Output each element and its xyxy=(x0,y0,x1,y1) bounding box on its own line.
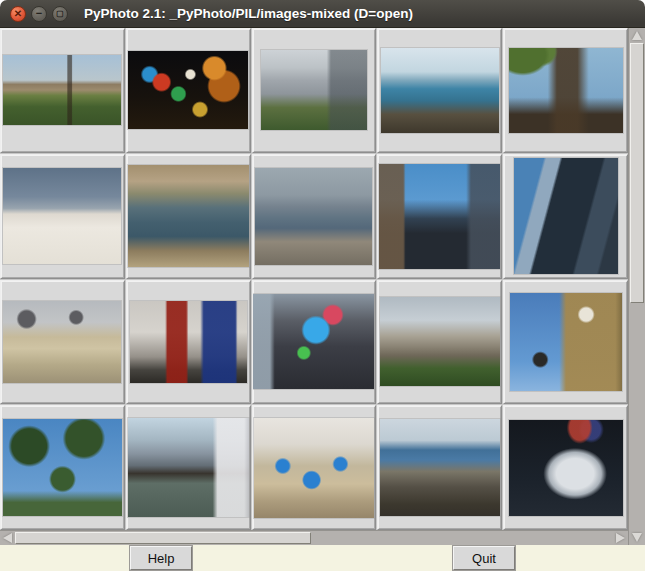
photo-thumbnail-big-ben xyxy=(510,293,622,391)
photo-thumbnail-barcelona-cathedral xyxy=(509,48,623,133)
scroll-left-button[interactable] xyxy=(0,531,15,545)
scroll-up-button[interactable] xyxy=(629,28,645,43)
photo-cell-rocky-coast[interactable] xyxy=(377,405,502,530)
photo-thumbnail-overcast-shoreline xyxy=(255,168,372,265)
main-area xyxy=(0,28,645,545)
photo-thumbnail-spamalot-theatre xyxy=(130,301,247,383)
photo-thumbnail-palm-trees xyxy=(3,419,122,516)
photo-thumbnail-times-square-night xyxy=(128,51,248,129)
photo-cell-city-skyscrapers[interactable] xyxy=(377,154,502,279)
vertical-scrollbar-thumb[interactable] xyxy=(630,43,644,303)
photo-cell-computer-lab[interactable] xyxy=(252,405,377,530)
titlebar: ✕ − ▢ PyPhoto 2.1: _PyPhoto/PIL/images-m… xyxy=(0,0,645,28)
scroll-right-button[interactable] xyxy=(613,531,628,545)
close-icon: ✕ xyxy=(14,8,22,18)
photo-cell-spamalot-theatre[interactable] xyxy=(126,280,251,405)
photo-thumbnail-space-shuttle xyxy=(509,420,623,516)
photo-cell-stone-castle[interactable] xyxy=(252,28,377,153)
photo-thumbnail-chicago-river xyxy=(128,418,249,517)
window-title: PyPhoto 2.1: _PyPhoto/PIL/images-mixed (… xyxy=(84,6,413,21)
photo-thumbnail-glass-tower xyxy=(514,158,618,274)
horizontal-scrollbar-thumb[interactable] xyxy=(15,532,311,544)
down-arrow-icon xyxy=(632,533,642,542)
horizontal-scrollbar-track[interactable] xyxy=(15,531,613,545)
photo-cell-tower-of-london[interactable] xyxy=(0,280,125,405)
photo-cell-chicago-river[interactable] xyxy=(126,405,251,530)
quit-button[interactable]: Quit xyxy=(453,546,515,570)
photo-thumbnail-marina-harbor xyxy=(381,48,499,133)
horizontal-scrollbar[interactable] xyxy=(0,530,628,545)
photo-thumbnail-st-patricks-cathedral xyxy=(380,297,500,386)
photo-cell-marina-harbor[interactable] xyxy=(377,28,502,153)
toolbar: Help Quit xyxy=(0,545,645,571)
up-arrow-icon xyxy=(632,31,642,40)
maximize-icon: ▢ xyxy=(56,9,64,17)
photo-cell-overcast-shoreline[interactable] xyxy=(252,154,377,279)
photo-cell-glass-tower[interactable] xyxy=(503,154,628,279)
photo-thumbnail-computer-lab xyxy=(254,418,374,518)
photo-cell-times-square-night[interactable] xyxy=(126,28,251,153)
scroll-down-button[interactable] xyxy=(629,530,645,545)
photo-thumbnail-rocky-coast xyxy=(380,419,500,516)
photo-cell-white-sand-beach[interactable] xyxy=(0,154,125,279)
photo-cell-barcelona-cathedral[interactable] xyxy=(503,28,628,153)
help-button[interactable]: Help xyxy=(130,546,192,570)
left-arrow-icon xyxy=(3,533,12,543)
photo-thumbnail-stone-castle xyxy=(261,50,367,130)
minimize-button[interactable]: − xyxy=(31,6,47,22)
photo-grid xyxy=(0,28,628,530)
photo-cell-park-bare-trees[interactable] xyxy=(0,28,125,153)
photo-cell-times-square-day[interactable] xyxy=(252,280,377,405)
thumbnail-canvas xyxy=(0,28,628,545)
minimize-icon: − xyxy=(36,8,42,19)
photo-thumbnail-city-skyscrapers xyxy=(379,164,500,269)
close-button[interactable]: ✕ xyxy=(10,6,26,22)
photo-cell-space-shuttle[interactable] xyxy=(503,405,628,530)
photo-thumbnail-times-square-day xyxy=(253,294,374,389)
photo-cell-palm-trees[interactable] xyxy=(0,405,125,530)
maximize-button[interactable]: ▢ xyxy=(52,6,68,22)
photo-cell-st-patricks-cathedral[interactable] xyxy=(377,280,502,405)
right-arrow-icon xyxy=(616,533,625,543)
vertical-scrollbar[interactable] xyxy=(628,28,645,545)
photo-thumbnail-tower-of-london xyxy=(3,301,121,383)
photo-thumbnail-white-sand-beach xyxy=(3,168,121,264)
photo-cell-big-ben[interactable] xyxy=(503,280,628,405)
photo-thumbnail-park-bare-trees xyxy=(3,55,121,125)
photo-cell-forest-stream[interactable] xyxy=(126,154,251,279)
pyphoto-window: ✕ − ▢ PyPhoto 2.1: _PyPhoto/PIL/images-m… xyxy=(0,0,645,571)
photo-thumbnail-forest-stream xyxy=(128,165,249,267)
vertical-scrollbar-track[interactable] xyxy=(629,43,645,530)
